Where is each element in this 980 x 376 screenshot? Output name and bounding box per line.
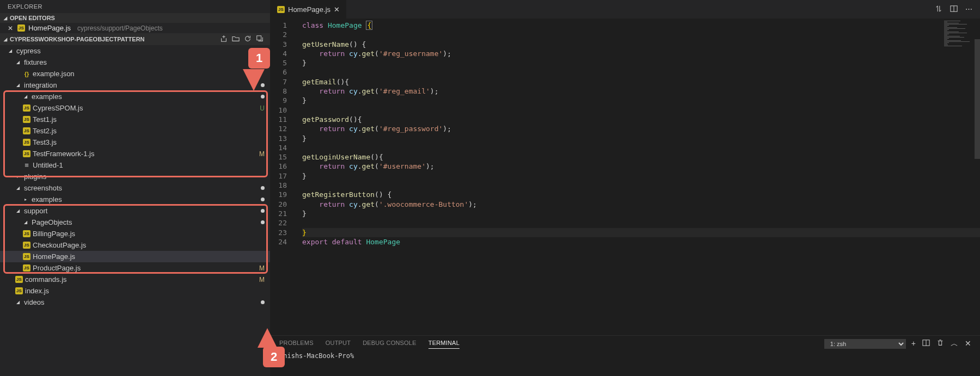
line-gutter: 123456789101112131415161718192021222324 [271,19,297,335]
split-editor-icon[interactable] [950,5,958,14]
editor-area: JS HomePage.js ✕ ⋯ 123456789101112131415… [271,0,980,376]
bottom-panel: PROBLEMS OUTPUT DEBUG CONSOLE TERMINAL 1… [271,335,980,376]
scrollbar[interactable] [975,39,980,159]
file-test1[interactable]: JSTest1.js [0,114,270,125]
file-billing[interactable]: JSBillingPage.js [0,228,270,239]
refresh-icon[interactable] [244,35,252,44]
dirty-dot-icon [261,209,265,213]
js-file-icon: JS [23,116,30,123]
more-icon[interactable]: ⋯ [965,5,972,14]
close-icon[interactable]: ✕ [8,24,14,32]
git-status-modified: M [259,276,265,283]
trash-icon[interactable] [936,339,944,349]
js-file-icon: JS [23,230,30,237]
new-folder-icon[interactable] [232,35,240,44]
open-editors-label: OPEN EDITORS [10,15,55,21]
minimap[interactable] [944,21,977,51]
dirty-dot-icon [261,95,265,98]
file-tree: ◢cypress ◢fixtures {}example.json ◢integ… [0,45,270,376]
folder-plugins[interactable]: ▸plugins [0,171,270,182]
folder-cypress[interactable]: ◢cypress [0,45,270,57]
editor-actions: ⋯ [935,5,980,14]
folder-examples-2[interactable]: ▸examples [0,194,270,205]
panel-tab-debug[interactable]: DEBUG CONSOLE [363,340,416,348]
json-file-icon: {} [23,71,30,77]
annotation-tail-1 [243,69,265,91]
js-file-icon: JS [15,276,23,283]
maximize-panel-icon[interactable]: ︿ [951,339,958,349]
file-test3[interactable]: JSTest3.js [0,137,270,148]
open-editor-path: cypress/support/PageObjects [77,24,163,32]
file-checkout[interactable]: JSCheckoutPage.js [0,239,270,251]
file-product[interactable]: JSProductPage.jsM [0,262,270,274]
panel-tab-output[interactable]: OUTPUT [326,340,351,348]
open-editors-header[interactable]: ◢ OPEN EDITORS [0,13,270,23]
open-editor-name: HomePage.js [28,24,71,32]
chevron-down-icon: ◢ [23,94,28,99]
text-file-icon: ≡ [23,161,30,169]
collapse-all-icon[interactable] [256,35,264,44]
js-file-icon: JS [17,24,25,32]
js-file-icon: JS [23,264,30,272]
git-status-modified: M [259,150,265,158]
file-homepage[interactable]: JSHomePage.js [0,251,270,262]
folder-examples[interactable]: ◢examples [0,91,270,102]
js-file-icon: JS [23,242,30,249]
folder-pageobjects[interactable]: ◢PageObjects [0,217,270,228]
js-file-icon: JS [23,127,30,134]
file-untitled[interactable]: ≡Untitled-1 [0,159,270,171]
js-file-icon: JS [23,139,30,146]
svg-rect-0 [257,36,261,40]
close-icon[interactable]: ✕ [334,5,340,14]
tab-homepage[interactable]: JS HomePage.js ✕ [271,0,347,19]
folder-screenshots[interactable]: ◢screenshots [0,182,270,194]
chevron-down-icon: ◢ [15,208,21,213]
file-testframework[interactable]: JSTestFramework-1.jsM [0,148,270,159]
close-panel-icon[interactable]: ✕ [965,339,971,349]
project-name: CYPRESSWORKSHOP-PAGEOBJECTPATTERN [10,36,145,42]
js-file-icon: JS [23,253,30,260]
file-test2[interactable]: JSTest2.js [0,125,270,137]
chevron-down-icon: ◢ [2,37,9,42]
chevron-down-icon: ◢ [15,186,21,190]
js-file-icon: JS [23,150,30,157]
git-status-modified: M [259,264,265,272]
file-example-json[interactable]: {}example.json [0,68,270,79]
new-terminal-icon[interactable]: + [911,339,916,349]
dirty-dot-icon [261,198,265,201]
split-terminal-icon[interactable] [922,339,930,349]
explorer-title: EXPLORER [0,0,270,13]
code-editor[interactable]: 123456789101112131415161718192021222324 … [271,19,980,335]
annotation-badge-1: 1 [248,48,270,69]
file-index[interactable]: JSindex.js [0,285,270,297]
folder-fixtures[interactable]: ◢fixtures [0,57,270,68]
folder-videos[interactable]: ◢videos [0,297,270,308]
compare-icon[interactable] [935,5,942,14]
tab-bar: JS HomePage.js ✕ ⋯ [271,0,980,19]
chevron-down-icon: ◢ [23,220,28,225]
chevron-down-icon: ◢ [8,48,13,53]
annotation-badge-2: 2 [263,347,285,367]
git-status-untracked: U [260,104,265,112]
new-file-icon[interactable] [220,35,228,44]
dirty-dot-icon [261,300,265,304]
chevron-right-icon: ▸ [15,174,21,179]
folder-support[interactable]: ◢support [0,205,270,217]
folder-integration[interactable]: ◢integration [0,79,270,91]
panel-tab-problems[interactable]: PROBLEMS [279,340,314,348]
terminal-output[interactable]: shishs-MacBook-Pro% [271,349,980,363]
project-header[interactable]: ◢ CYPRESSWORKSHOP-PAGEOBJECTPATTERN [0,33,270,45]
code-content[interactable]: class HomePage { getUserName() { return … [297,19,980,335]
explorer-sidebar: EXPLORER ◢ OPEN EDITORS ✕ JS HomePage.js… [0,0,271,376]
file-commands[interactable]: JScommands.jsM [0,274,270,285]
open-editor-item[interactable]: ✕ JS HomePage.js cypress/support/PageObj… [0,23,270,33]
chevron-right-icon: ▸ [23,197,28,202]
terminal-prompt: shishs-MacBook-Pro% [279,352,354,360]
panel-tab-terminal[interactable]: TERMINAL [428,340,460,349]
tab-label: HomePage.js [288,5,330,14]
terminal-select[interactable]: 1: zsh [824,339,906,349]
js-file-icon: JS [23,104,30,112]
file-cypresspom[interactable]: JSCypresSPOM.jsU [0,102,270,114]
dirty-dot-icon [261,220,265,224]
js-file-icon: JS [15,287,23,294]
